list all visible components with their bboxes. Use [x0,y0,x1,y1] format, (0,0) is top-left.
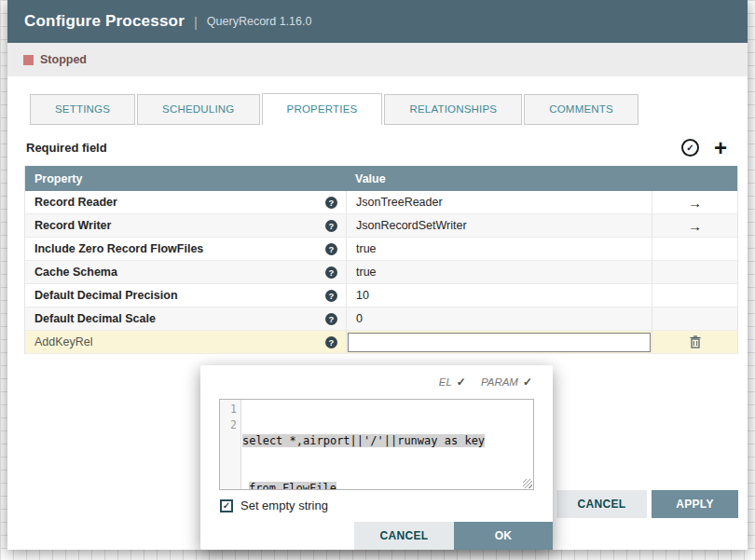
title-separator: | [194,14,198,30]
property-name-cell: Record Writer ? [25,214,346,237]
row-actions-cell [652,238,737,260]
dialog-header: Configure Processor | QueryRecord 1.16.0 [7,0,748,43]
property-value: true [356,266,377,279]
tab-relationships[interactable]: RELATIONSHIPS [384,94,522,125]
new-property-row: AddKeyRel ? [25,331,737,354]
tab-comments[interactable]: COMMENTS [524,94,638,125]
property-value: true [356,242,377,255]
row-actions-cell [652,331,737,353]
property-value-cell[interactable]: JsonTreeReader [346,191,652,213]
nifi-canvas: { "header": { "title": "Configure Proces… [0,0,755,560]
property-value-cell[interactable]: true [346,238,652,260]
verify-properties-button[interactable]: ✓ [681,139,699,157]
set-empty-string-label: Set empty string [240,499,328,512]
property-value-input[interactable] [348,333,651,352]
property-value-cell[interactable] [346,331,652,353]
property-name-cell: Default Decimal Scale ? [25,307,346,330]
help-icon[interactable]: ? [325,243,337,255]
property-value-cell[interactable]: 10 [346,284,652,307]
help-icon[interactable]: ? [325,313,337,325]
dialog-apply-button[interactable]: APPLY [652,490,738,518]
check-icon: ✓ [223,501,230,511]
value-editor-popup: EL ✓ PARAM ✓ 1 2 select *,airport||'/'||… [200,365,553,550]
property-name: Include Zero Record FlowFiles [34,242,203,255]
property-name: AddKeyRel [34,335,93,348]
required-field-label: Required field [26,141,107,155]
param-supported-indicator: PARAM ✓ [481,376,532,389]
processor-type-label: QueryRecord 1.16.0 [207,15,312,28]
stopped-icon [23,55,34,65]
set-empty-string-row: ✓ Set empty string [220,499,328,512]
line-number: 1 [220,402,237,417]
set-empty-string-checkbox[interactable]: ✓ [220,499,233,512]
help-icon[interactable]: ? [325,220,337,232]
property-name: Record Writer [34,219,111,232]
dialog-cancel-button[interactable]: CANCEL [556,490,647,518]
tab-settings[interactable]: SETTINGS [30,94,135,125]
property-value: 10 [356,289,369,302]
properties-table: Property Value Record Reader ? JsonTreeR… [24,166,738,354]
table-row: Include Zero Record FlowFiles ? true [25,238,737,261]
table-row: Record Writer ? JsonRecordSetWriter → [25,214,737,238]
add-property-button[interactable]: + [714,139,727,157]
editor-cancel-button[interactable]: CANCEL [354,522,454,550]
property-name-cell: AddKeyRel ? [25,331,346,353]
property-value-cell[interactable]: true [346,261,652,283]
el-label: EL [439,376,452,388]
trash-icon [690,335,701,348]
table-row: Cache Schema ? true [25,261,737,284]
run-status-bar: Stopped [7,43,748,76]
tab-properties[interactable]: PROPERTIES [262,93,383,125]
line-number-gutter: 1 2 [220,400,241,489]
dialog-tabs: SETTINGS SCHEDULING PROPERTIES RELATIONS… [7,93,748,125]
property-name-cell: Record Reader ? [25,191,346,213]
property-value-cell[interactable]: 0 [346,307,652,330]
help-icon[interactable]: ? [325,290,337,302]
property-name: Default Decimal Scale [34,312,156,325]
help-icon[interactable]: ? [325,266,337,279]
table-row: Record Reader ? JsonTreeReader → [25,191,737,214]
plus-icon: + [714,135,727,160]
circle-check-icon: ✓ [686,143,693,153]
table-row: Default Decimal Precision ? 10 [25,284,737,307]
editor-ok-button[interactable]: OK [454,522,553,550]
property-value: JsonTreeReader [356,196,443,209]
editor-resize-grip[interactable] [523,479,532,488]
help-icon[interactable]: ? [325,197,337,209]
properties-toolbar: Required field ✓ + [7,125,748,166]
param-label: PARAM [481,376,518,388]
check-icon: ✓ [523,376,532,389]
toolbar-icons: ✓ + [681,139,727,157]
tab-scheduling[interactable]: SCHEDULING [137,94,259,125]
editor-buttons: CANCEL OK [354,522,553,550]
property-name: Default Decimal Precision [34,289,178,302]
code-editor[interactable]: 1 2 select *,airport||'/'||runway as key… [219,399,534,490]
column-header-property: Property [25,172,346,185]
code-line: select *,airport||'/'||runway as key [242,433,533,449]
help-icon[interactable]: ? [325,336,337,348]
property-value-cell[interactable]: JsonRecordSetWriter [346,214,652,237]
row-actions-cell [652,307,737,330]
go-to-service-button[interactable]: → [688,219,702,233]
code-area[interactable]: select *,airport||'/'||runway as key fro… [241,400,533,489]
editor-support-indicators: EL ✓ PARAM ✓ [439,376,532,389]
table-row: Default Decimal Scale ? 0 [25,307,737,331]
selected-text: select *,airport||'/'||runway as key [242,434,485,447]
property-value: 0 [356,312,363,325]
go-to-service-button[interactable]: → [688,196,702,210]
selected-text: from FlowFile [249,482,336,490]
line-number: 2 [220,417,237,433]
column-header-value: Value [346,172,652,185]
code-line: from FlowFile [242,481,533,490]
property-name: Record Reader [34,196,117,209]
check-icon: ✓ [457,376,466,389]
row-actions-cell: → [652,191,737,213]
property-value: JsonRecordSetWriter [356,219,467,232]
delete-property-button[interactable] [690,335,701,348]
el-supported-indicator: EL ✓ [439,376,466,389]
page-title: Configure Processor [24,12,185,31]
property-name-cell: Cache Schema ? [25,261,346,283]
property-name-cell: Include Zero Record FlowFiles ? [25,238,346,260]
property-name: Cache Schema [34,266,117,279]
table-header-row: Property Value [25,166,737,191]
